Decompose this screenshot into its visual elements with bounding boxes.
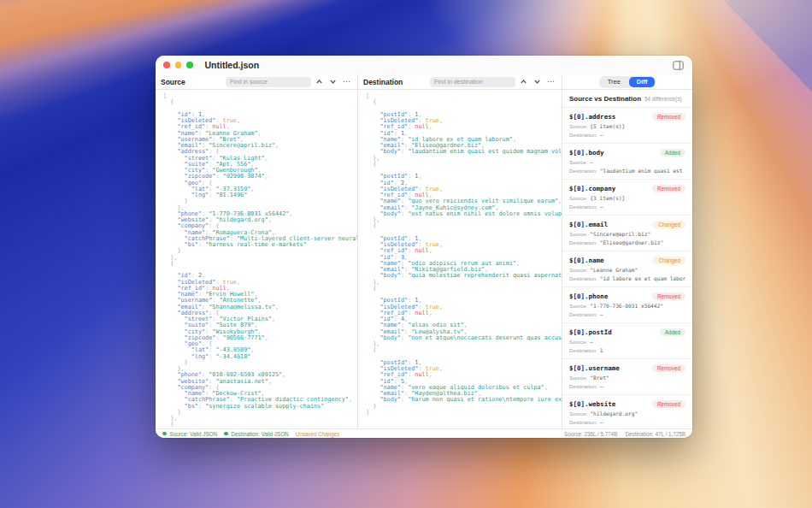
diff-destination-value: –: [600, 132, 603, 138]
diff-entry[interactable]: $[0].addressRemovedSource:{5 item(s)}Des…: [562, 108, 692, 144]
diff-count: 54 difference(s): [644, 96, 682, 102]
diff-destination-value: 1: [600, 347, 603, 353]
diff-panel: Tree Diff Source vs Destination 54 diffe…: [562, 74, 692, 428]
unsaved-changes-label: Unsaved Changes: [296, 431, 340, 437]
diff-entry[interactable]: $[0].nameChangedSource:"Leanne Graham"De…: [562, 251, 692, 287]
desktop-wallpaper: Untitled.json Source: [0, 0, 812, 508]
diff-path: $[0].address: [569, 113, 615, 121]
diff-source-label: Source:: [569, 123, 587, 129]
diff-path: $[0].phone: [569, 292, 608, 300]
diff-title: Source vs Destination: [569, 95, 641, 103]
diff-destination-value: –: [600, 419, 603, 425]
window-titlebar[interactable]: Untitled.json: [156, 56, 692, 74]
diff-list[interactable]: $[0].addressRemovedSource:{5 item(s)}Des…: [562, 108, 692, 428]
diff-status-badge: Changed: [653, 221, 685, 228]
diff-path: $[0].name: [569, 257, 604, 264]
diff-view-switcher-row: Tree Diff: [562, 74, 692, 90]
diff-source-label: Source:: [569, 375, 587, 381]
minimize-window-button[interactable]: [175, 62, 182, 68]
diff-source-value: "Sincere@april.biz": [590, 231, 650, 237]
source-size-label: Source: 236L / 5,774B: [564, 431, 617, 437]
view-mode-segmented-control: Tree Diff: [599, 76, 656, 88]
tab-diff[interactable]: Diff: [629, 77, 656, 87]
diff-source-value: –: [590, 159, 593, 165]
diff-entry[interactable]: $[0].emailChangedSource:"Sincere@april.b…: [562, 216, 692, 251]
diff-status-badge: Removed: [652, 292, 685, 300]
chevron-down-icon: [330, 80, 336, 84]
source-editor[interactable]: [ { "id": 1, "isDeleted": true, "ref_id"…: [156, 90, 357, 428]
diff-source-label: Source:: [569, 159, 587, 165]
tab-tree[interactable]: Tree: [600, 77, 628, 87]
diff-path: $[0].website: [569, 400, 615, 408]
diff-destination-label: Destination:: [569, 419, 597, 425]
diff-destination-label: Destination:: [569, 275, 597, 281]
sidebar-toggle-icon[interactable]: [671, 60, 685, 71]
diff-entry[interactable]: $[0].postIdAddedSource:–Destination:1: [562, 323, 692, 359]
diff-destination-value: –: [600, 383, 603, 389]
diff-status-badge: Removed: [652, 400, 685, 408]
destination-editor[interactable]: [ { "postId": 1, "isDeleted": true, "ref…: [358, 90, 562, 428]
destination-search-input[interactable]: [430, 77, 515, 87]
destination-more-options-button[interactable]: ⋯: [545, 77, 556, 87]
chevron-up-icon: [316, 80, 322, 84]
diff-source-value: "hildegard.org": [590, 411, 638, 416]
source-valid-label: Source: Valid JSON: [170, 431, 218, 437]
destination-panel-title: Destination: [363, 78, 403, 86]
destination-panel-header: Destination ⋯: [358, 74, 562, 90]
diff-entry[interactable]: $[0].websiteRemovedSource:"hildegard.org…: [562, 395, 692, 428]
diff-path: $[0].company: [569, 185, 615, 192]
diff-header: Source vs Destination 54 difference(s): [562, 90, 692, 108]
diff-destination-label: Destination:: [569, 347, 597, 353]
diff-source-value: {5 item(s)}: [590, 123, 625, 129]
window-title: Untitled.json: [205, 60, 260, 70]
source-panel-title: Source: [161, 78, 185, 86]
diff-source-label: Source:: [569, 411, 587, 416]
diff-destination-label: Destination:: [569, 311, 597, 317]
source-find-previous-button[interactable]: [314, 77, 325, 87]
diff-destination-label: Destination:: [569, 383, 597, 389]
destination-find-previous-button[interactable]: [518, 77, 529, 87]
destination-panel: Destination ⋯ [ { "postId": 1, "isDelete…: [357, 74, 562, 428]
main-content: Source ⋯ [ { "id": 1, "isDeleted": true,…: [156, 74, 692, 428]
status-bar: Source: Valid JSON Destination: Valid JS…: [156, 428, 692, 438]
source-panel-header: Source ⋯: [156, 74, 357, 90]
diff-source-label: Source:: [569, 231, 587, 237]
diff-path: $[0].postId: [569, 328, 612, 336]
diff-path: $[0].username: [569, 364, 620, 372]
diff-source-value: {3 item(s)}: [590, 195, 625, 201]
diff-entry[interactable]: $[0].phoneRemovedSource:"1-770-736-8031 …: [562, 287, 692, 323]
size-stats: Source: 236L / 5,774B Destination: 47L /…: [564, 431, 685, 437]
source-more-options-button[interactable]: ⋯: [341, 77, 352, 87]
diff-entry[interactable]: $[0].companyRemovedSource:{3 item(s)}Des…: [562, 180, 692, 216]
destination-valid-label: Destination: Valid JSON: [232, 431, 289, 437]
diff-status-badge: Added: [660, 328, 685, 336]
diff-source-label: Source:: [569, 339, 587, 345]
diff-entry[interactable]: $[0].usernameRemovedSource:"Bret"Destina…: [562, 359, 692, 395]
diff-status-badge: Changed: [653, 257, 685, 264]
source-find-next-button[interactable]: [327, 77, 338, 87]
diff-destination-value: "id labore ex et quam laborum": [600, 275, 685, 281]
destination-find-next-button[interactable]: [532, 77, 543, 87]
diff-source-label: Source:: [569, 303, 587, 309]
source-search-input[interactable]: [226, 77, 311, 87]
source-valid-icon: [162, 432, 167, 436]
diff-source-value: "Bret": [590, 375, 609, 381]
diff-destination-value: "laudantium enim quasi est quidem magnam…: [600, 168, 685, 174]
chevron-up-icon: [521, 80, 527, 84]
chevron-down-icon: [534, 80, 540, 84]
close-window-button[interactable]: [163, 62, 170, 68]
diff-destination-value: –: [600, 204, 603, 210]
diff-source-value: –: [590, 339, 593, 345]
diff-status-badge: Removed: [652, 364, 685, 372]
diff-destination-value: "Eliseo@gardner.biz": [600, 239, 664, 245]
diff-entry[interactable]: $[0].bodyAddedSource:–Destination:"lauda…: [562, 144, 692, 180]
diff-source-value: "Leanne Graham": [590, 267, 638, 273]
diff-source-value: "1-770-736-8031 x56442": [590, 303, 663, 309]
app-window: Untitled.json Source: [156, 56, 692, 438]
diff-destination-label: Destination:: [569, 239, 597, 245]
diff-source-label: Source:: [569, 195, 587, 201]
destination-size-label: Destination: 47L / 1,725B: [626, 431, 685, 437]
zoom-window-button[interactable]: [186, 62, 193, 68]
source-panel: Source ⋯ [ { "id": 1, "isDeleted": true,…: [156, 74, 357, 428]
diff-path: $[0].body: [569, 149, 604, 157]
